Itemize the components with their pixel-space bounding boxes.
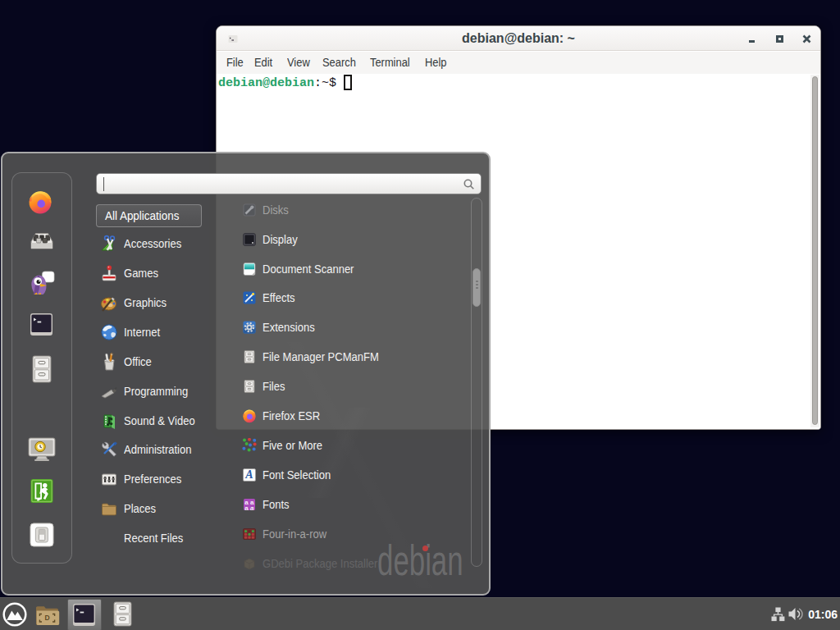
svg-text:D: D (44, 614, 49, 622)
svg-text:a: a (244, 504, 249, 512)
svg-text:a: a (250, 504, 254, 512)
svg-text:A: A (244, 468, 253, 481)
